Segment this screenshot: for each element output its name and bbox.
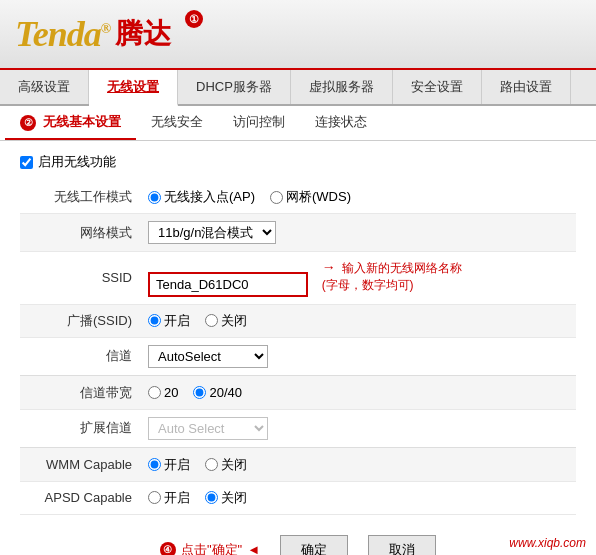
radio-bw20[interactable] <box>148 386 161 399</box>
button-row: ④ 点击"确定" ◄ 确定 取消 <box>20 530 576 555</box>
value-ssid: → 输入新的无线网络名称(字母，数字均可) <box>140 252 576 305</box>
value-broadcast: 开启 关闭 <box>140 304 576 337</box>
enable-wireless-checkbox[interactable] <box>20 156 33 169</box>
sub-nav-connection-status[interactable]: 连接状态 <box>300 106 382 140</box>
nav-item-route[interactable]: 路由设置 <box>482 70 571 104</box>
sub-nav-access-control[interactable]: 访问控制 <box>218 106 300 140</box>
radio-apsd-off-label[interactable]: 关闭 <box>205 489 247 507</box>
ssid-hint: → 输入新的无线网络名称(字母，数字均可) <box>322 259 463 294</box>
radio-wmm-off[interactable] <box>205 458 218 471</box>
main-content: 启用无线功能 无线工作模式 无线接入点(AP) 网桥(WDS) <box>0 141 596 555</box>
enable-wireless-label[interactable]: 启用无线功能 <box>38 153 116 171</box>
circle-1-indicator: ① <box>185 10 203 28</box>
row-channel: 信道 AutoSelect <box>20 337 576 375</box>
label-ssid: SSID <box>20 252 140 305</box>
logo-chinese: 腾达 <box>115 15 171 53</box>
label-wmm: WMM Capable <box>20 447 140 481</box>
label-wireless-mode: 无线工作模式 <box>20 181 140 214</box>
label-ext-channel: 扩展信道 <box>20 409 140 447</box>
cancel-button[interactable]: 取消 <box>368 535 436 555</box>
label-apsd: APSD Capable <box>20 481 140 514</box>
radio-wireless-mode: 无线接入点(AP) 网桥(WDS) <box>148 188 568 206</box>
header: Tenda® 腾达 ① <box>0 0 596 70</box>
circle-2-indicator: ② <box>20 115 36 131</box>
row-wmm: WMM Capable 开启 关闭 <box>20 447 576 481</box>
radio-bw2040[interactable] <box>193 386 206 399</box>
value-wmm: 开启 关闭 <box>140 447 576 481</box>
radio-bw2040-label[interactable]: 20/40 <box>193 385 242 400</box>
row-broadcast: 广播(SSID) 开启 关闭 <box>20 304 576 337</box>
nav-item-advanced[interactable]: 高级设置 <box>0 70 89 104</box>
ssid-hint-arrow: → <box>322 259 336 275</box>
confirm-hint-circle: ④ <box>160 542 176 555</box>
radio-wmm: 开启 关闭 <box>148 456 568 474</box>
radio-broadcast-on-label[interactable]: 开启 <box>148 312 190 330</box>
ssid-hint-text: 输入新的无线网络名称(字母，数字均可) <box>322 261 463 292</box>
radio-apsd: 开启 关闭 <box>148 489 568 507</box>
label-network-mode: 网络模式 <box>20 214 140 252</box>
radio-broadcast-off[interactable] <box>205 314 218 327</box>
enable-wireless-row: 启用无线功能 <box>20 153 576 171</box>
value-network-mode: 11b/g/n混合模式 <box>140 214 576 252</box>
confirm-hint: ④ 点击"确定" ◄ <box>160 541 260 555</box>
select-network-mode[interactable]: 11b/g/n混合模式 <box>148 221 276 244</box>
radio-apsd-on[interactable] <box>148 491 161 504</box>
radio-apsd-off[interactable] <box>205 491 218 504</box>
footer-url: www.xiqb.com <box>509 536 586 550</box>
value-apsd: 开启 关闭 <box>140 481 576 514</box>
select-ext-channel[interactable]: Auto Select <box>148 417 268 440</box>
radio-bw20-label[interactable]: 20 <box>148 385 178 400</box>
radio-broadcast-on[interactable] <box>148 314 161 327</box>
radio-wmm-off-label[interactable]: 关闭 <box>205 456 247 474</box>
value-ext-channel: Auto Select <box>140 409 576 447</box>
nav-item-virtual-server[interactable]: 虚拟服务器 <box>291 70 393 104</box>
label-channel-bandwidth: 信道带宽 <box>20 375 140 409</box>
row-ext-channel: 扩展信道 Auto Select <box>20 409 576 447</box>
radio-wmm-on[interactable] <box>148 458 161 471</box>
form-table: 无线工作模式 无线接入点(AP) 网桥(WDS) 网络模式 <box>20 181 576 515</box>
radio-channel-bandwidth: 20 20/40 <box>148 385 568 400</box>
radio-wds[interactable] <box>270 191 283 204</box>
row-channel-bandwidth: 信道带宽 20 20/40 <box>20 375 576 409</box>
confirm-hint-arrow: ◄ <box>247 542 260 555</box>
logo-tenda: Tenda® <box>15 13 110 55</box>
value-channel: AutoSelect <box>140 337 576 375</box>
value-channel-bandwidth: 20 20/40 <box>140 375 576 409</box>
nav-item-wireless[interactable]: 无线设置 <box>89 70 178 106</box>
nav-item-dhcp[interactable]: DHCP服务器 <box>178 70 291 104</box>
label-broadcast: 广播(SSID) <box>20 304 140 337</box>
sub-nav-basic[interactable]: ② 无线基本设置 <box>5 106 136 140</box>
radio-ap[interactable] <box>148 191 161 204</box>
row-ssid: SSID → 输入新的无线网络名称(字母，数字均可) <box>20 252 576 305</box>
sub-nav: ② 无线基本设置 无线安全 访问控制 连接状态 <box>0 106 596 141</box>
sub-nav-security[interactable]: 无线安全 <box>136 106 218 140</box>
ssid-input[interactable] <box>148 272 308 297</box>
radio-apsd-on-label[interactable]: 开启 <box>148 489 190 507</box>
confirm-button[interactable]: 确定 <box>280 535 348 555</box>
confirm-hint-text: 点击"确定" <box>181 541 242 555</box>
row-apsd: APSD Capable 开启 关闭 <box>20 481 576 514</box>
row-network-mode: 网络模式 11b/g/n混合模式 <box>20 214 576 252</box>
radio-broadcast: 开启 关闭 <box>148 312 568 330</box>
radio-wds-label[interactable]: 网桥(WDS) <box>270 188 351 206</box>
radio-broadcast-off-label[interactable]: 关闭 <box>205 312 247 330</box>
radio-wmm-on-label[interactable]: 开启 <box>148 456 190 474</box>
select-channel[interactable]: AutoSelect <box>148 345 268 368</box>
value-wireless-mode: 无线接入点(AP) 网桥(WDS) <box>140 181 576 214</box>
label-channel: 信道 <box>20 337 140 375</box>
row-wireless-mode: 无线工作模式 无线接入点(AP) 网桥(WDS) <box>20 181 576 214</box>
radio-ap-label[interactable]: 无线接入点(AP) <box>148 188 255 206</box>
top-nav: 高级设置 无线设置 DHCP服务器 虚拟服务器 安全设置 路由设置 <box>0 70 596 106</box>
nav-item-security[interactable]: 安全设置 <box>393 70 482 104</box>
